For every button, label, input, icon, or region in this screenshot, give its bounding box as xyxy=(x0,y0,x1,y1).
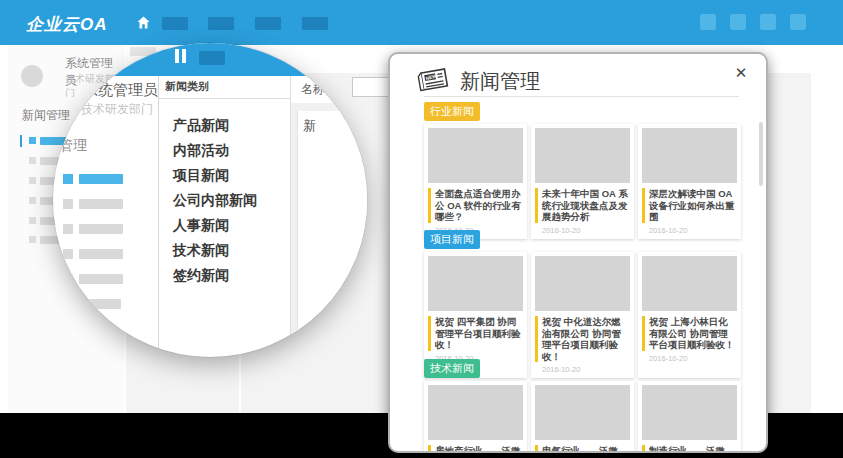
topnav-item-placeholder[interactable] xyxy=(162,17,188,30)
menu-item-internal-activity[interactable]: 内部活动 xyxy=(173,142,229,160)
modal-scrollbar[interactable] xyxy=(759,122,763,186)
section-badge-project-news: 项目新闻 xyxy=(424,230,480,249)
topnav-item-placeholder[interactable] xyxy=(255,17,281,30)
menu-item-hr-news[interactable]: 人事新闻 xyxy=(173,217,229,235)
magnified-sidebar-icon xyxy=(63,199,73,209)
menu-item-project-news[interactable]: 项目新闻 xyxy=(173,167,229,185)
news-thumbnail-placeholder xyxy=(428,256,523,311)
sidebar-item-icon xyxy=(29,217,36,224)
news-card-date: 2016-10-20 xyxy=(535,226,630,235)
news-management-modal: NEWS 新闻管理 ✕ 行业新闻 全面盘点适合使用办公 OA 软件的行业有哪些？… xyxy=(388,52,768,453)
news-card-row: 房地产行业——泛微 OA 签约 电气行业——泛微 OA 签约珠 制造行业——泛微… xyxy=(424,381,741,453)
news-card-title: 祝贺 四平集团 协同管理平台项目顺利验收！ xyxy=(428,316,523,351)
menu-item-tech-news[interactable]: 技术新闻 xyxy=(173,242,229,260)
magnified-sidebar-item xyxy=(79,249,123,259)
magnified-sidebar-item-active xyxy=(79,174,123,184)
pause-bars-icon xyxy=(175,49,188,63)
sidebar-item-icon xyxy=(29,197,36,204)
news-thumbnail-placeholder xyxy=(642,256,737,311)
news-card[interactable]: 电气行业——泛微 OA 签约珠 xyxy=(531,381,634,453)
section-badge-industry-news: 行业新闻 xyxy=(424,102,480,121)
magnified-user-department: 技术研发部门 xyxy=(81,101,153,118)
active-indicator xyxy=(20,135,22,147)
modal-title: 新闻管理 xyxy=(460,68,540,95)
menu-title-underline xyxy=(158,98,290,99)
news-category-menu-title: 新闻类别 xyxy=(165,79,209,94)
magnified-sidebar-icon xyxy=(63,174,73,184)
column-divider xyxy=(158,76,159,357)
news-card-row: 全面盘点适合使用办公 OA 软件的行业有哪些？ 2016-10-20 未来十年中… xyxy=(424,124,741,239)
news-card[interactable]: 房地产行业——泛微 OA 签约 xyxy=(424,381,527,453)
magnified-sidebar-icon xyxy=(63,249,73,259)
news-card-title: 祝贺 中化道达尔燃油有限公司 协同管理平台项目顺利验收！ xyxy=(535,316,630,362)
topbar-action-tile[interactable] xyxy=(700,14,716,30)
close-icon[interactable]: ✕ xyxy=(728,60,754,86)
news-thumbnail-placeholder xyxy=(428,128,523,183)
home-icon[interactable] xyxy=(137,16,150,29)
topbar-action-tile[interactable] xyxy=(760,14,776,30)
news-card[interactable]: 祝贺 中化道达尔燃油有限公司 协同管理平台项目顺利验收！ 2016-10-20 xyxy=(531,252,634,378)
magnifier-circle: 系统管理员 技术研发部门 闻管理 新闻类别 产品新闻 内部活动 项目新闻 公司内… xyxy=(53,43,367,357)
news-card-title: 深层次解读中国 OA 设备行业如何杀出重围 xyxy=(642,188,737,223)
news-thumbnail-placeholder xyxy=(535,385,630,440)
app-logo: 企业云OA xyxy=(26,13,108,36)
news-card[interactable]: 未来十年中国 OA 系统行业现状盘点及发展趋势分析 2016-10-20 xyxy=(531,124,634,239)
magnified-sidebar-icon xyxy=(63,224,73,234)
menu-item-contract-news[interactable]: 签约新闻 xyxy=(173,267,229,285)
magnified-sidebar-item xyxy=(79,224,123,234)
news-card[interactable]: 深层次解读中国 OA 设备行业如何杀出重围 2016-10-20 xyxy=(638,124,741,239)
newspaper-icon: NEWS xyxy=(416,64,452,94)
news-thumbnail-placeholder xyxy=(642,385,737,440)
news-card-title: 未来十年中国 OA 系统行业现状盘点及发展趋势分析 xyxy=(535,188,630,223)
news-card-title: 房地产行业——泛微 OA 签约 xyxy=(428,445,523,453)
sidebar-item-icon xyxy=(29,177,36,184)
news-thumbnail-placeholder xyxy=(428,385,523,440)
magnified-table-cell: 新 xyxy=(303,117,316,135)
news-thumbnail-placeholder xyxy=(535,128,630,183)
news-thumbnail-placeholder xyxy=(642,128,737,183)
magnified-sidebar-item xyxy=(79,274,123,284)
news-card-title: 全面盘点适合使用办公 OA 软件的行业有哪些？ xyxy=(428,188,523,223)
news-card-title: 制造行业——泛微 OA 签约浙 xyxy=(642,445,737,453)
news-card-date: 2016-10-20 xyxy=(642,226,737,235)
sidebar-section-label: 新闻管理 xyxy=(22,107,70,124)
avatar xyxy=(21,65,43,87)
news-card-date: 2016-10-20 xyxy=(642,354,737,363)
topnav-item-placeholder[interactable] xyxy=(208,17,234,30)
sidebar-item-icon xyxy=(29,236,36,243)
topnav-item-placeholder[interactable] xyxy=(302,17,328,30)
news-card-date: 2016-10-20 xyxy=(535,365,630,374)
news-card[interactable]: 制造行业——泛微 OA 签约浙 xyxy=(638,381,741,453)
magnified-topnav-placeholder xyxy=(199,51,225,65)
sidebar-item-icon xyxy=(29,137,36,144)
menu-item-product-news[interactable]: 产品新闻 xyxy=(173,117,229,135)
topbar: 企业云OA xyxy=(0,0,843,45)
news-card[interactable]: 祝贺 上海小林日化有限公司 协同管理平台项目顺利验收！ 2016-10-20 xyxy=(638,252,741,378)
sidebar-item-icon xyxy=(29,157,36,164)
news-card-title: 电气行业——泛微 OA 签约珠 xyxy=(535,445,630,453)
news-card[interactable]: 全面盘点适合使用办公 OA 软件的行业有哪些？ 2016-10-20 xyxy=(424,124,527,239)
modal-divider xyxy=(424,96,739,97)
news-card-title: 祝贺 上海小林日化有限公司 协同管理平台项目顺利验收！ xyxy=(642,316,737,351)
magnified-sidebar-item xyxy=(79,199,123,209)
news-thumbnail-placeholder xyxy=(535,256,630,311)
menu-item-company-internal-news[interactable]: 公司内部新闻 xyxy=(173,192,257,210)
topbar-action-tile[interactable] xyxy=(730,14,746,30)
topbar-action-tile[interactable] xyxy=(790,14,806,30)
section-badge-tech-news: 技术新闻 xyxy=(424,359,480,378)
